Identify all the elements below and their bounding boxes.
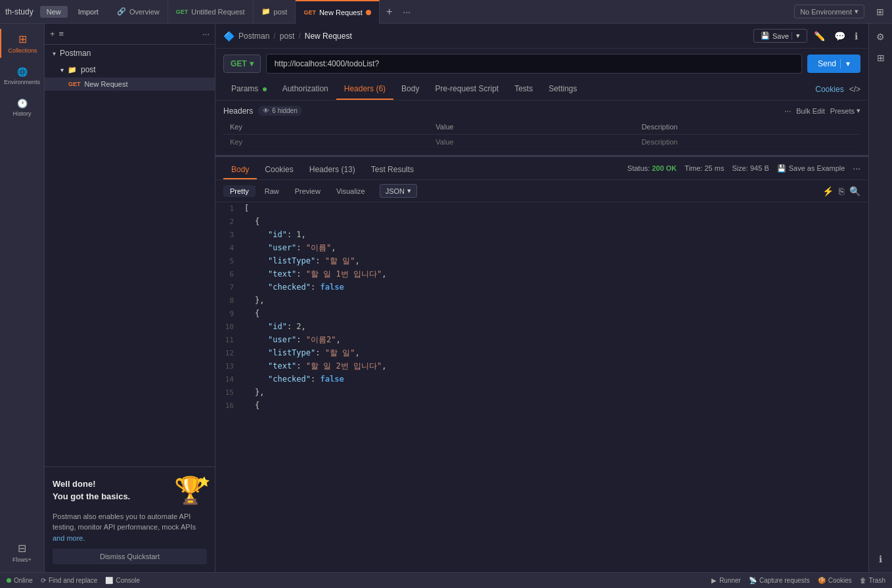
search-icon[interactable]: 🔍 (849, 186, 860, 196)
method-selector[interactable]: GET ▾ (223, 55, 261, 73)
eye-icon: 👁 (263, 107, 269, 114)
header-description-cell[interactable] (635, 135, 841, 150)
new-button[interactable]: New (40, 6, 68, 18)
bulk-edit-button[interactable]: Bulk Edit (796, 107, 824, 115)
dismiss-quickstart-button[interactable]: Dismiss Quickstart (53, 549, 207, 564)
tab-post-folder[interactable]: 📁 post (254, 0, 296, 24)
json-line-11: 11 "user": "이름2", (215, 334, 868, 347)
environment-selector[interactable]: No Environment ▾ (794, 5, 864, 18)
format-raw-button[interactable]: Raw (258, 185, 286, 197)
filter-icon[interactable]: ⚡ (822, 186, 834, 196)
breadcrumb: 🔷 Postman / post / New Request 💾 Save ▾ … (215, 24, 868, 49)
header-key-input[interactable] (230, 138, 422, 146)
copy-icon[interactable]: ⎘ (839, 186, 844, 196)
json-line-10: 10 "id": 2, (215, 321, 868, 334)
info-icon-button[interactable]: ℹ (852, 30, 860, 43)
cookies-bottom-label: Cookies (828, 577, 852, 584)
new-request-method-badge: GET (303, 9, 316, 16)
header-key-cell[interactable] (223, 135, 429, 150)
tab-overview[interactable]: 🔗 Overview (109, 0, 168, 24)
request-new-request[interactable]: GET New Request (45, 78, 215, 91)
json-line-13: 13 "text": "할 일 2번 입니다", (215, 360, 868, 373)
sidebar-item-environments[interactable]: 🌐 Environments (0, 63, 44, 89)
header-description-input[interactable] (642, 138, 834, 146)
save-dropdown-arrow[interactable]: ▾ (792, 32, 800, 40)
format-chevron-icon: ▾ (407, 187, 411, 195)
add-tab-button[interactable]: + (380, 0, 399, 24)
status-label: Status: 200 OK (627, 164, 677, 172)
breadcrumb-workspace[interactable]: Postman (238, 32, 269, 41)
cookies-bottom-button[interactable]: 🍪 Cookies (818, 577, 852, 584)
folder-post[interactable]: ▾ 📁 post (45, 62, 215, 78)
resp-tab-cookies[interactable]: Cookies (257, 161, 301, 179)
breadcrumb-folder[interactable]: post (280, 32, 295, 41)
trash-icon: 🗑 (860, 577, 866, 584)
runner-label: Runner (719, 577, 741, 584)
add-collection-button[interactable]: + (50, 29, 55, 39)
import-button[interactable]: Import (72, 6, 105, 18)
settings-icon-button[interactable]: ⊞ (874, 5, 887, 18)
code-icon[interactable]: </> (849, 85, 860, 94)
collections-more-button[interactable]: ··· (202, 29, 210, 39)
req-tab-tests[interactable]: Tests (506, 79, 541, 100)
right-panel-icon-1[interactable]: ⚙ (874, 29, 887, 45)
response-more-button[interactable]: ··· (853, 163, 860, 173)
format-type-selector[interactable]: JSON ▾ (380, 184, 417, 198)
comment-icon-button[interactable]: 💬 (832, 30, 848, 43)
req-tab-authorization[interactable]: Authorization (275, 79, 336, 100)
req-tab-params[interactable]: Params (223, 79, 275, 100)
breadcrumb-actions: 💾 Save ▾ ✏️ 💬 ℹ (753, 29, 860, 43)
save-example-button[interactable]: 💾 Save as Example (777, 164, 845, 173)
console-button[interactable]: ⬜ Console (105, 577, 140, 584)
find-replace-button[interactable]: ⟳ Find and replace (41, 577, 98, 584)
chevron-down-icon: ▾ (53, 50, 56, 57)
response-format-actions: ⚡ ⎘ 🔍 (822, 186, 860, 196)
online-status: Online (7, 577, 33, 584)
right-panel-icon-3[interactable]: ℹ (876, 551, 885, 567)
header-value-cell[interactable] (429, 135, 635, 150)
header-value-input[interactable] (435, 138, 628, 146)
req-tab-headers[interactable]: Headers (6) (336, 79, 393, 100)
environments-label: Environments (4, 79, 40, 85)
edit-icon-button[interactable]: ✏️ (811, 30, 828, 43)
req-tab-body[interactable]: Body (393, 79, 427, 100)
format-visualize-button[interactable]: Visualize (330, 185, 372, 197)
tab-untitled-request[interactable]: GET Untitled Request (168, 0, 254, 24)
filter-collections-button[interactable]: ≡ (59, 29, 64, 39)
send-label: Send (818, 59, 836, 68)
req-tab-pre-request[interactable]: Pre-request Script (427, 79, 506, 100)
params-dot (263, 87, 267, 91)
resp-tab-body[interactable]: Body (223, 161, 257, 179)
resp-tab-headers[interactable]: Headers (13) (301, 161, 363, 179)
format-preview-button[interactable]: Preview (288, 185, 327, 197)
find-replace-icon: ⟳ (41, 577, 46, 584)
url-input[interactable] (266, 54, 802, 74)
tabs-more-button[interactable]: ··· (399, 7, 414, 17)
sidebar-item-history[interactable]: 🕐 History (0, 95, 44, 121)
runner-button[interactable]: ▶ Runner (711, 577, 741, 584)
sidebar-item-collections[interactable]: ⊞ Collections (0, 29, 44, 58)
more-dots-icon[interactable]: ··· (784, 106, 791, 116)
more-column-header (841, 120, 860, 135)
req-tab-settings[interactable]: Settings (541, 79, 585, 100)
sidebar-item-flows[interactable]: ⊟ Flows+ (0, 538, 44, 567)
format-pretty-button[interactable]: Pretty (223, 185, 256, 197)
capture-requests-button[interactable]: 📡 Capture requests (749, 577, 810, 584)
presets-button[interactable]: Presets ▾ (830, 106, 860, 115)
collections-icon: ⊞ (18, 33, 27, 45)
collection-postman[interactable]: ▾ Postman (45, 45, 215, 62)
time-label: Time: 25 ms (684, 164, 724, 172)
tabs-bar: 🔗 Overview GET Untitled Request 📁 post G… (109, 0, 790, 24)
tab-new-request[interactable]: GET New Request (296, 0, 380, 24)
unsaved-dot (366, 10, 371, 15)
quickstart-more-link[interactable]: and more. (53, 534, 85, 542)
trash-button[interactable]: 🗑 Trash (860, 577, 885, 584)
resp-tab-test-results[interactable]: Test Results (363, 161, 422, 179)
send-dropdown-arrow[interactable]: ▾ (840, 59, 850, 68)
save-example-icon: 💾 (777, 164, 786, 173)
json-line-9: 9 { (215, 307, 868, 321)
save-button[interactable]: 💾 Save ▾ (753, 29, 807, 43)
cookies-link[interactable]: Cookies (815, 85, 843, 94)
right-panel-icon-2[interactable]: ⊞ (874, 50, 887, 66)
send-button[interactable]: Send ▾ (807, 55, 860, 73)
